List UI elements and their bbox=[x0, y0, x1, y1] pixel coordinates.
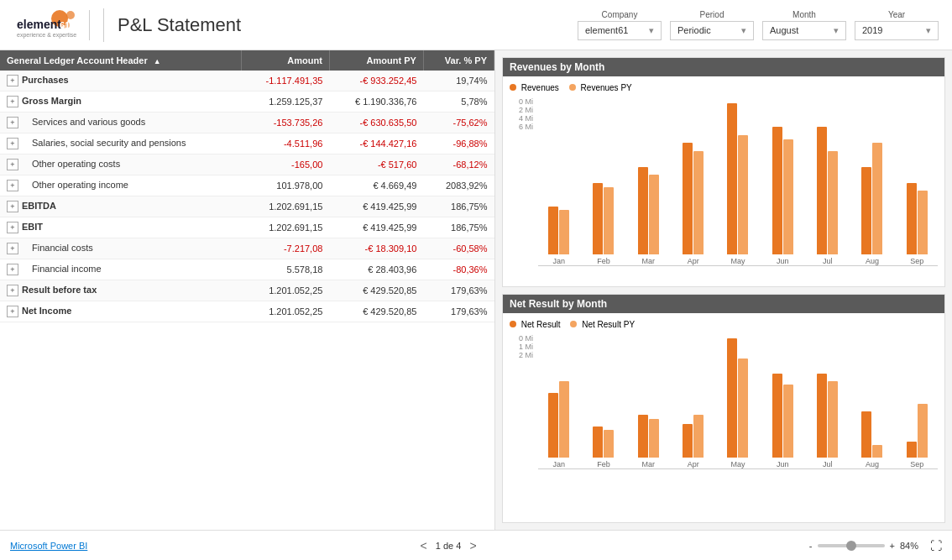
row-expand-button[interactable]: + bbox=[7, 306, 18, 317]
net-result-bar-py bbox=[872, 445, 882, 458]
pagination: < 1 de 4 > bbox=[417, 539, 480, 552]
net-result-month-group: Apr bbox=[672, 415, 714, 468]
revenue-bar-current bbox=[907, 183, 917, 255]
table-row[interactable]: +Services and various goods-153.735,26-€… bbox=[0, 113, 494, 133]
net-result-bar-py bbox=[918, 404, 928, 457]
revenues-bars-area: JanFebMarAprMayJunJulAugSep bbox=[538, 97, 938, 266]
row-account-label: +EBITDA bbox=[0, 196, 241, 217]
svg-text:element: element bbox=[17, 18, 61, 31]
zoom-plus-button[interactable]: + bbox=[890, 541, 895, 551]
net-result-legend-current: Net Result bbox=[510, 320, 560, 329]
row-expand-button[interactable]: + bbox=[7, 75, 18, 86]
row-expand-button[interactable]: + bbox=[7, 180, 18, 191]
revenue-bar-py bbox=[918, 191, 928, 254]
revenues-chart-body: 6 Mi4 Mi2 Mi0 Mi JanFebMarAprMayJunJulAu… bbox=[510, 97, 938, 266]
row-var: 179,63% bbox=[423, 301, 494, 322]
row-amount-py: -€ 144.427,16 bbox=[329, 133, 423, 154]
logo: element 61 experience & expertise bbox=[13, 8, 81, 42]
table-row[interactable]: +Other operating income101.978,00€ 4.669… bbox=[0, 175, 494, 196]
row-expand-button[interactable]: + bbox=[7, 243, 18, 254]
table-row[interactable]: +Financial costs-7.217,08-€ 18.309,10-60… bbox=[0, 238, 494, 259]
table-row[interactable]: +Purchases-1.117.491,35-€ 933.252,4519,7… bbox=[0, 71, 494, 92]
table-row[interactable]: +Salaries, social security and pensions-… bbox=[0, 133, 494, 154]
net-result-bar-current bbox=[548, 393, 558, 457]
table-row[interactable]: +EBIT1.202.691,15€ 419.425,99186,75% bbox=[0, 217, 494, 238]
row-expand-button[interactable]: + bbox=[7, 201, 18, 212]
table-row[interactable]: +EBITDA1.202.691,15€ 419.425,99186,75% bbox=[0, 196, 494, 217]
right-panel: Revenues by Month Revenues Revenues PY 6… bbox=[495, 50, 952, 530]
net-result-month-group: Jan bbox=[538, 381, 579, 468]
month-group: Jul bbox=[807, 127, 848, 265]
row-amount-py: -€ 18.309,10 bbox=[329, 238, 423, 259]
row-expand-button[interactable]: + bbox=[7, 159, 18, 170]
net-result-bar-current bbox=[817, 374, 827, 458]
company-chevron-icon: ▾ bbox=[649, 25, 654, 36]
row-expand-button[interactable]: + bbox=[7, 285, 18, 296]
table-row[interactable]: +Other operating costs-165,00-€ 517,60-6… bbox=[0, 154, 494, 175]
zoom-track[interactable] bbox=[818, 544, 885, 547]
month-label: Month bbox=[792, 10, 816, 19]
table-row[interactable]: +Financial income5.578,18€ 28.403,96-80,… bbox=[0, 259, 494, 280]
period-select[interactable]: Periodic ▾ bbox=[670, 21, 754, 40]
month-group: Feb bbox=[583, 183, 624, 266]
net-result-bars: JanFebMarAprMayJunJulAugSep bbox=[538, 334, 938, 468]
row-var: 5,78% bbox=[423, 92, 494, 113]
revenue-bar-py bbox=[783, 139, 793, 254]
net-result-bar-py bbox=[604, 430, 614, 458]
revenues-legend-current: Revenues bbox=[510, 83, 559, 92]
row-amount-py: -€ 630.635,50 bbox=[329, 113, 423, 133]
sort-asc-icon[interactable]: ▲ bbox=[154, 57, 161, 65]
zoom-minus-button[interactable]: - bbox=[809, 541, 813, 551]
revenue-bar-current bbox=[772, 127, 782, 254]
table-row[interactable]: +Result before tax1.201.052,25€ 429.520,… bbox=[0, 280, 494, 301]
company-select[interactable]: element61 ▾ bbox=[578, 21, 662, 40]
month-select[interactable]: August ▾ bbox=[762, 21, 846, 40]
prev-page-button[interactable]: < bbox=[417, 539, 431, 552]
next-page-button[interactable]: > bbox=[466, 539, 479, 552]
table-container[interactable]: General Ledger Account Header ▲ Amount A… bbox=[0, 50, 494, 530]
row-expand-button[interactable]: + bbox=[7, 117, 18, 128]
year-label: Year bbox=[888, 10, 905, 19]
revenues-dot-current bbox=[510, 84, 516, 91]
net-result-month-group: Jul bbox=[807, 374, 848, 468]
net-result-month-group: May bbox=[717, 338, 758, 468]
row-var: -60,58% bbox=[423, 238, 494, 259]
fullscreen-icon[interactable]: ⛶ bbox=[930, 539, 942, 552]
revenues-legend-py: Revenues PY bbox=[569, 83, 632, 92]
net-result-bar-current bbox=[907, 442, 917, 457]
col-header-account: General Ledger Account Header ▲ bbox=[0, 50, 241, 71]
row-account-label: +Services and various goods bbox=[0, 113, 241, 133]
row-amount: -7.217,08 bbox=[241, 238, 329, 259]
powerbi-link[interactable]: Microsoft Power BI bbox=[10, 541, 87, 551]
net-result-bar-py bbox=[693, 415, 704, 458]
row-amount-py: € 4.669,49 bbox=[329, 175, 423, 196]
row-expand-button[interactable]: + bbox=[7, 222, 18, 233]
net-result-bar-py bbox=[828, 381, 838, 458]
row-expand-button[interactable]: + bbox=[7, 96, 18, 107]
table-body: +Purchases-1.117.491,35-€ 933.252,4519,7… bbox=[0, 71, 494, 322]
row-account-label: +Financial costs bbox=[0, 238, 241, 259]
net-result-month-group: Aug bbox=[851, 411, 892, 468]
zoom-thumb[interactable] bbox=[846, 541, 856, 551]
row-var: 19,74% bbox=[423, 71, 494, 92]
net-result-month-group: Feb bbox=[583, 427, 624, 468]
year-filter: Year 2019 ▾ bbox=[855, 10, 939, 40]
row-var: 179,63% bbox=[423, 280, 494, 301]
net-result-bar-py bbox=[649, 419, 659, 457]
table-row[interactable]: +Gross Margin1.259.125,37€ 1.190.336,765… bbox=[0, 92, 494, 113]
top-bar: element 61 experience & expertise P&L St… bbox=[0, 0, 952, 50]
svg-point-1 bbox=[66, 11, 75, 19]
bottom-bar: Microsoft Power BI < 1 de 4 > - + 84% ⛶ bbox=[0, 530, 952, 560]
row-account-label: +Other operating income bbox=[0, 175, 241, 196]
row-var: -75,62% bbox=[423, 113, 494, 133]
period-chevron-icon: ▾ bbox=[741, 25, 746, 36]
row-expand-button[interactable]: + bbox=[7, 264, 18, 275]
revenue-bar-py bbox=[872, 143, 882, 254]
year-select[interactable]: 2019 ▾ bbox=[855, 21, 939, 40]
revenue-bar-current bbox=[593, 183, 603, 255]
row-expand-button[interactable]: + bbox=[7, 138, 18, 149]
table-row[interactable]: +Net Income1.201.052,25€ 429.520,85179,6… bbox=[0, 301, 494, 322]
net-result-legend: Net Result Net Result PY bbox=[510, 320, 938, 329]
row-amount: 1.202.691,15 bbox=[241, 196, 329, 217]
net-result-bar-py bbox=[738, 359, 748, 458]
